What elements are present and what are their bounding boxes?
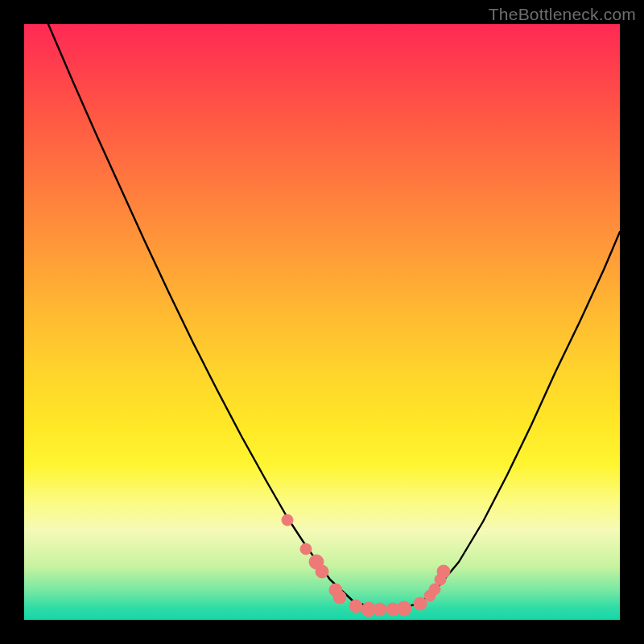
chart-area <box>24 24 620 620</box>
curve-right <box>394 232 620 609</box>
marker-point <box>282 514 293 526</box>
curve-left <box>48 24 394 609</box>
marker-group <box>282 514 450 617</box>
watermark-text: TheBottleneck.com <box>489 5 636 24</box>
marker-point <box>437 565 450 578</box>
marker-point <box>349 600 362 613</box>
marker-point <box>374 603 386 616</box>
marker-point <box>414 597 427 610</box>
marker-point <box>397 601 411 616</box>
marker-point <box>316 565 328 578</box>
marker-point <box>333 591 346 604</box>
marker-point <box>300 543 312 555</box>
plot-svg <box>24 24 620 620</box>
